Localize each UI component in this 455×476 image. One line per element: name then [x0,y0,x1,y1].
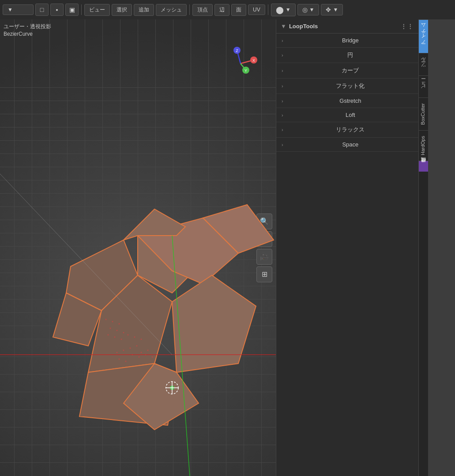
tab-features[interactable]: 機能 [419,161,428,172]
tab-hardops[interactable]: HardOps [419,130,428,161]
svg-text:Z: Z [236,49,238,53]
icon-btn-1[interactable]: □ [35,4,49,16]
menu-mesh[interactable]: メッシュ [156,4,187,16]
menu-face[interactable]: 面 [231,4,246,16]
tool-loft[interactable]: › Loft [276,108,418,122]
shading-dropdown[interactable]: ⬤ ▼ [271,4,296,16]
render-tool-btn[interactable]: ⊞ [256,266,272,282]
svg-text:X: X [252,58,255,63]
relax-label: リラックス [288,126,413,134]
tool-relax[interactable]: › リラックス [276,122,418,138]
menu-vertex[interactable]: 頂点 [192,4,213,16]
menu-edge[interactable]: 辺 [214,4,229,16]
tab-view[interactable]: ビュー [419,75,428,97]
icon-btn-2[interactable]: ▪ [50,4,64,16]
zoom-tool-btn[interactable]: 🔍 [256,214,272,229]
flatten-chevron: › [282,83,283,89]
relax-chevron: › [282,127,283,132]
gstretch-chevron: › [282,98,283,104]
toolbar: ▼ □ ▪ ▣ ビュー 選択 追加 メッシュ 頂点 辺 面 UV ⬤ ▼ ◎ ▼… [0,0,455,19]
loft-chevron: › [282,112,283,118]
panel-collapse-icon[interactable]: ▼ [281,23,286,30]
separator-3 [268,4,268,15]
camera-tool-btn[interactable]: 🎥 [256,249,272,265]
loft-label: Loft [288,112,413,118]
menu-uv[interactable]: UV [248,4,265,15]
object-name-label: BezierCurve [4,31,33,37]
tool-circle[interactable]: › 円 [276,48,418,63]
flatten-label: フラット化 [288,82,413,90]
tool-space[interactable]: › Space [276,138,418,152]
menu-add[interactable]: 追加 [134,4,154,16]
gstretch-label: Gstretch [288,97,413,104]
separator-1 [81,4,82,15]
projection-label: ユーザー・透視投影 [4,23,51,30]
viewport-tools: 🔍 ✋ 🎥 ⊞ [256,214,272,282]
tab-items[interactable]: アイテム [419,19,428,53]
curve-label: カーブ [288,67,413,75]
panel-drag-handle[interactable]: ⋮⋮ [401,23,414,30]
tool-flatten[interactable]: › フラット化 [276,79,418,94]
circle-chevron: › [282,52,283,58]
menu-select[interactable]: 選択 [112,4,132,16]
tool-curve[interactable]: › カーブ [276,63,418,79]
tab-boxcutter[interactable]: BoxCutter [419,97,428,130]
tool-gstretch[interactable]: › Gstretch [276,94,418,108]
bridge-chevron: › [282,38,283,43]
space-chevron: › [282,142,283,147]
navigation-gizmo[interactable]: X Z Y [223,46,258,81]
curve-chevron: › [282,68,283,73]
menu-view[interactable]: ビュー [84,4,110,16]
transform-gizmo-btn[interactable]: ✥ ▼ [321,4,343,15]
panel-header: ▼ LoopTools ⋮⋮ [276,19,418,34]
bridge-label: Bridge [288,37,413,44]
viewport-canvas [0,19,276,476]
space-label: Space [288,141,413,148]
svg-text:Y: Y [244,68,247,73]
panel-title: LoopTools [289,23,318,30]
move-tool-btn[interactable]: ✋ [256,231,272,247]
right-panel: ▼ LoopTools ⋮⋮ › Bridge › 円 › カーブ › フラット… [276,19,428,476]
side-tabs: アイテム ツール ビュー BoxCutter HardOps 機能 [418,19,428,476]
icon-btn-3[interactable]: ▣ [65,4,79,16]
circle-label: 円 [288,51,413,59]
viewport-3d[interactable]: ユーザー・透視投影 BezierCurve X Z Y 🔍 ✋ 🎥 ⊞ [0,19,276,476]
viewport-overlay-btn[interactable]: ◎ ▼ [297,4,320,15]
separator-2 [189,4,190,15]
tool-bridge[interactable]: › Bridge [276,34,418,48]
tab-tools[interactable]: ツール [419,53,428,75]
looptools-panel: ▼ LoopTools ⋮⋮ › Bridge › 円 › カーブ › フラット… [276,19,418,476]
mode-selector[interactable]: ▼ [3,4,34,15]
